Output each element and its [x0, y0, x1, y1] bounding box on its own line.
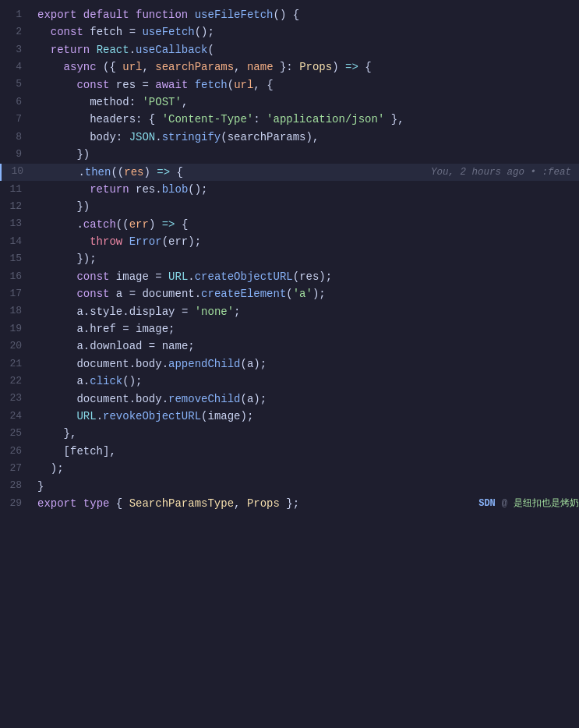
- line-content-8: body: JSON.stringify(searchParams),: [31, 129, 579, 146]
- code-line-24: 24 URL.revokeObjectURL(image);: [0, 408, 579, 425]
- code-line-5: 5 const res = await fetch(url, {: [0, 76, 579, 94]
- line-num-16: 16: [0, 269, 31, 285]
- line-num-22: 22: [0, 373, 31, 390]
- line-content-6: method: 'POST',: [31, 94, 579, 111]
- footer-author: 是纽扣也是烤奶: [514, 497, 579, 511]
- line-num-2: 2: [0, 24, 31, 41]
- code-line-27: 27 );: [0, 460, 579, 477]
- code-line-20: 20 a.download = name;: [0, 337, 579, 355]
- line-content-23: document.body.removeChild(a);: [31, 391, 579, 408]
- code-line-10: 10 .then((res) => { You, 2 hours ago • :…: [0, 164, 579, 181]
- line-content-17: const a = document.createElement('a');: [31, 285, 579, 302]
- line-content-14: throw Error(err);: [31, 233, 579, 250]
- code-line-1: 1 export default function useFileFetch()…: [0, 6, 579, 23]
- line-num-7: 7: [0, 111, 31, 128]
- git-annotation: You, 2 hours ago • :feat: [431, 164, 579, 180]
- line-content-20: a.download = name;: [31, 337, 579, 355]
- line-num-14: 14: [0, 234, 31, 250]
- footer-bar: SDN @ 是纽扣也是烤奶: [478, 497, 579, 511]
- line-num-21: 21: [0, 356, 31, 373]
- line-content-26: [fetch],: [31, 443, 579, 460]
- line-content-16: const image = URL.createObjectURL(res);: [31, 268, 579, 285]
- line-content-19: a.href = image;: [31, 320, 579, 337]
- line-num-13: 13: [0, 216, 31, 232]
- line-content-15: });: [31, 250, 579, 267]
- code-line-9: 9 }): [0, 146, 579, 163]
- line-num-11: 11: [0, 182, 31, 198]
- line-num-25: 25: [0, 426, 31, 442]
- line-content-1: export default function useFileFetch() {: [31, 6, 579, 23]
- code-line-11: 11 return res.blob();: [0, 181, 579, 198]
- code-line-2: 2 const fetch = useFetch();: [0, 23, 579, 41]
- line-content-22: a.click();: [31, 373, 579, 390]
- code-line-21: 21 document.body.appendChild(a);: [0, 355, 579, 373]
- code-line-8: 8 body: JSON.stringify(searchParams),: [0, 129, 579, 146]
- line-content-28: }: [31, 478, 579, 495]
- line-num-19: 19: [0, 321, 31, 337]
- line-content-29: export type { SearchParamsType, Props };: [31, 495, 475, 512]
- code-line-19: 19 a.href = image;: [0, 320, 579, 337]
- line-content-3: return React.useCallback(: [31, 41, 579, 58]
- code-line-14: 14 throw Error(err);: [0, 233, 579, 250]
- footer-brand: SDN: [478, 497, 496, 511]
- line-content-10: .then((res) => {: [33, 164, 431, 181]
- code-line-28: 28 }: [0, 478, 579, 495]
- code-line-7: 7 headers: { 'Content-Type': 'applicatio…: [0, 111, 579, 128]
- code-line-6: 6 method: 'POST',: [0, 94, 579, 111]
- line-num-8: 8: [0, 129, 31, 146]
- code-line-22: 22 a.click();: [0, 373, 579, 390]
- line-content-5: const res = await fetch(url, {: [31, 76, 579, 94]
- line-num-6: 6: [0, 94, 31, 111]
- line-content-21: document.body.appendChild(a);: [31, 355, 579, 373]
- code-line-23: 23 document.body.removeChild(a);: [0, 391, 579, 408]
- line-num-26: 26: [0, 444, 31, 460]
- code-line-12: 12 }): [0, 198, 579, 215]
- line-content-24: URL.revokeObjectURL(image);: [31, 408, 579, 425]
- code-line-29: 29 export type { SearchParamsType, Props…: [0, 495, 579, 512]
- line-num-9: 9: [0, 147, 31, 163]
- line-num-27: 27: [0, 461, 31, 477]
- line-num-20: 20: [0, 338, 31, 355]
- footer-at: @: [502, 497, 507, 511]
- code-line-4: 4 async ({ url, searchParams, name }: Pr…: [0, 58, 579, 76]
- code-line-3: 3 return React.useCallback(: [0, 41, 579, 58]
- line-num-28: 28: [0, 478, 31, 494]
- line-content-18: a.style.display = 'none';: [31, 303, 579, 320]
- line-num-3: 3: [0, 42, 31, 58]
- line-num-10: 10: [2, 164, 33, 180]
- line-num-29: 29: [0, 496, 31, 512]
- line-content-11: return res.blob();: [31, 181, 579, 198]
- code-line-26: 26 [fetch],: [0, 443, 579, 460]
- code-line-16: 16 const image = URL.createObjectURL(res…: [0, 268, 579, 285]
- line-num-23: 23: [0, 391, 31, 407]
- line-content-7: headers: { 'Content-Type': 'application/…: [31, 111, 579, 128]
- line-content-2: const fetch = useFetch();: [31, 23, 579, 41]
- line-content-13: .catch((err) => {: [31, 216, 579, 233]
- line-content-4: async ({ url, searchParams, name }: Prop…: [31, 58, 579, 76]
- line-content-25: },: [31, 425, 579, 442]
- line-num-17: 17: [0, 286, 31, 302]
- line-num-15: 15: [0, 251, 31, 267]
- code-line-15: 15 });: [0, 250, 579, 267]
- line-content-27: );: [31, 460, 579, 477]
- line-num-5: 5: [0, 76, 31, 93]
- code-line-17: 17 const a = document.createElement('a')…: [0, 285, 579, 302]
- code-line-13: 13 .catch((err) => {: [0, 216, 579, 233]
- line-num-12: 12: [0, 199, 31, 215]
- line-num-4: 4: [0, 59, 31, 76]
- code-editor: 1 export default function useFileFetch()…: [0, 0, 579, 518]
- line-content-9: }): [31, 146, 579, 163]
- line-num-18: 18: [0, 303, 31, 320]
- line-num-1: 1: [0, 7, 31, 23]
- line-num-24: 24: [0, 408, 31, 425]
- line-content-12: }): [31, 198, 579, 215]
- code-line-25: 25 },: [0, 425, 579, 442]
- code-line-18: 18 a.style.display = 'none';: [0, 303, 579, 320]
